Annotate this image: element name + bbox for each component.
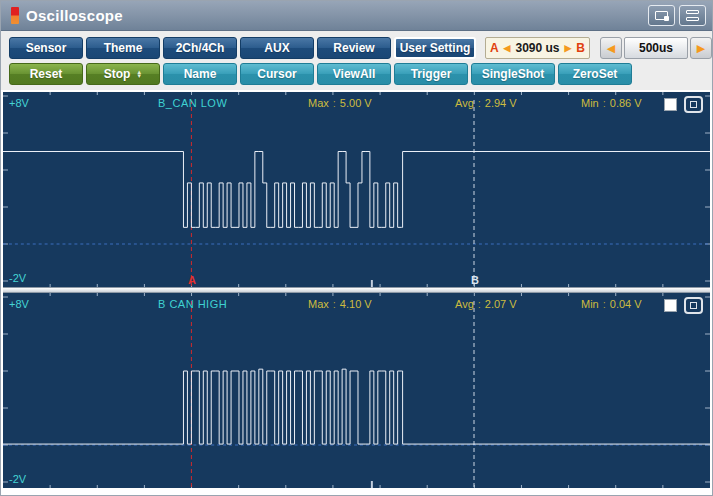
timebase-value: 500us [624, 37, 688, 59]
channel-2-visible-checkbox[interactable] [664, 299, 677, 312]
channel-mode-button[interactable]: 2Ch/4Ch [163, 37, 237, 59]
restore-window-icon [655, 11, 668, 20]
ab-left-arrow-icon: ◀ [504, 43, 511, 53]
channel-2-option-button[interactable] [684, 297, 703, 314]
cursor-a-label[interactable]: A [188, 274, 196, 286]
channel-1-panel[interactable]: +8V B_CAN LOW Max:5.00 V Avg:2.94 V Min:… [3, 92, 710, 287]
scope-display: +8V B_CAN LOW Max:5.00 V Avg:2.94 V Min:… [1, 90, 712, 495]
timebase-control: ◀ 500us ▶ [600, 37, 712, 59]
right-arrow-icon: ▶ [697, 42, 705, 55]
app-logo-icon [11, 7, 19, 24]
channel-2-controls [664, 297, 703, 314]
viewall-button[interactable]: ViewAll [317, 63, 391, 85]
menu-bars-button[interactable] [679, 5, 706, 26]
channel-2-panel[interactable]: +8V B CAN HIGH Max:4.10 V Avg:2.07 V Min… [3, 293, 710, 488]
timebase-increase-button[interactable]: ▶ [690, 37, 712, 59]
menu-bars-icon [686, 10, 699, 21]
ab-range-value: 3090 us [515, 41, 559, 55]
square-icon [690, 101, 697, 108]
title-bar: Oscilloscope [1, 1, 712, 31]
review-button[interactable]: Review [317, 37, 391, 59]
toolbar-area: Sensor Theme 2Ch/4Ch AUX Review User Set… [1, 31, 712, 90]
channel-1-visible-checkbox[interactable] [664, 98, 677, 111]
channel-2-max-readout: Max:4.10 V [308, 298, 372, 310]
channel-1-controls [664, 96, 703, 113]
sensor-button[interactable]: Sensor [9, 37, 83, 59]
channel-2-volt-top-label: +8V [9, 298, 29, 310]
cursor-button[interactable]: Cursor [240, 63, 314, 85]
channel-1-avg-readout: Avg:2.94 V [455, 97, 517, 109]
cursor-b-label[interactable]: B [471, 274, 479, 286]
channel-2-name-label: B CAN HIGH [158, 298, 227, 310]
zeroset-button[interactable]: ZeroSet [558, 63, 632, 85]
square-icon [690, 302, 697, 309]
channel-1-max-readout: Max:5.00 V [308, 97, 372, 109]
run-stop-spinner-icon: ▲▼ [136, 70, 142, 78]
trigger-button[interactable]: Trigger [394, 63, 468, 85]
channel-2-avg-readout: Avg:2.07 V [455, 298, 517, 310]
stop-button-label: Stop [104, 67, 131, 81]
restore-window-button[interactable] [648, 5, 675, 26]
oscilloscope-window: Oscilloscope Sensor Theme 2Ch/4Ch AUX Re… [0, 0, 713, 496]
left-arrow-icon: ◀ [607, 42, 615, 55]
channel-2-waveform [3, 293, 710, 488]
channel-1-waveform [3, 92, 710, 287]
ab-cursor-range-display[interactable]: A ◀ 3090 us ▶ B [485, 37, 590, 59]
window-title: Oscilloscope [26, 7, 644, 24]
user-setting-button[interactable]: User Setting [394, 37, 476, 59]
aux-button[interactable]: AUX [240, 37, 314, 59]
channel-1-name-label: B_CAN LOW [158, 97, 227, 109]
theme-button[interactable]: Theme [86, 37, 160, 59]
ab-right-arrow-icon: ▶ [564, 43, 571, 53]
cursor-b-letter: B [576, 41, 585, 55]
toolbar-row-bottom: Reset Stop ▲▼ Name Cursor ViewAll Trigge… [9, 63, 712, 85]
channel-1-min-readout: Min:0.86 V [581, 97, 642, 109]
channel-2-min-readout: Min:0.04 V [581, 298, 642, 310]
timebase-decrease-button[interactable]: ◀ [600, 37, 622, 59]
channel-1-option-button[interactable] [684, 96, 703, 113]
channel-2-volt-bottom-label: -2V [9, 473, 26, 485]
name-button[interactable]: Name [163, 63, 237, 85]
reset-button[interactable]: Reset [9, 63, 83, 85]
singleshot-button[interactable]: SingleShot [471, 63, 555, 85]
channel-1-volt-top-label: +8V [9, 97, 29, 109]
cursor-a-letter: A [490, 41, 499, 55]
stop-button[interactable]: Stop ▲▼ [86, 63, 160, 85]
channel-1-volt-bottom-label: -2V [9, 272, 26, 284]
toolbar-row-top: Sensor Theme 2Ch/4Ch AUX Review User Set… [9, 37, 712, 59]
